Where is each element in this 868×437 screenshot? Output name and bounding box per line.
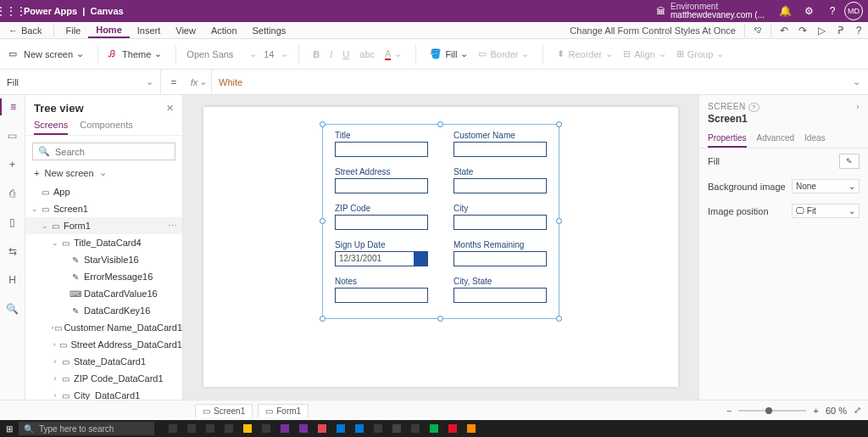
taskbar-app-icon[interactable]: [332, 422, 349, 435]
avatar[interactable]: MD: [844, 2, 863, 20]
menu-view[interactable]: View: [168, 22, 203, 38]
rail-item-4[interactable]: ▯: [0, 214, 25, 231]
tree-node[interactable]: ✎StarVisible16: [25, 251, 182, 268]
prop-fill-value[interactable]: ✎: [839, 154, 860, 169]
checker-icon[interactable]: ꨄ: [748, 25, 767, 36]
form-field[interactable]: Notes: [335, 277, 428, 303]
tree-new-screen[interactable]: + New screen ⌄: [25, 164, 182, 182]
strike-button[interactable]: abc: [356, 48, 378, 61]
form-field[interactable]: Months Remaining: [453, 240, 547, 266]
taskbar-app-icon[interactable]: [258, 422, 275, 435]
font-input[interactable]: [186, 49, 246, 59]
tree-node[interactable]: ›▭ZIP Code_DataCard1: [25, 370, 182, 387]
chevron-right-icon[interactable]: ›: [856, 102, 860, 111]
tree-search[interactable]: 🔍: [32, 143, 175, 160]
tree-node[interactable]: ›▭State_DataCard1: [25, 353, 182, 370]
formula-expand-icon[interactable]: ⌄: [844, 76, 868, 87]
tree-node[interactable]: ✎ErrorMessage16: [25, 268, 182, 285]
taskbar-app-icon[interactable]: [407, 422, 424, 435]
back-button[interactable]: ← Back: [0, 25, 50, 36]
rail-item-1[interactable]: ▭: [0, 127, 25, 144]
rtab-properties[interactable]: Properties: [708, 130, 747, 148]
rail-tree-icon[interactable]: ≡: [0, 98, 25, 115]
close-icon[interactable]: ✕: [166, 103, 174, 114]
rail-search-icon[interactable]: 🔍: [0, 300, 25, 317]
fontsize-input[interactable]: [260, 49, 277, 59]
play-icon[interactable]: ▷: [812, 25, 831, 36]
taskbar-app-icon[interactable]: [183, 422, 200, 435]
taskbar-app-icon[interactable]: [388, 422, 405, 435]
form-field[interactable]: Title: [335, 131, 428, 157]
gear-icon[interactable]: ⚙: [797, 5, 821, 17]
taskbar-app-icon[interactable]: [370, 422, 387, 435]
app-launcher-icon[interactable]: ⋮⋮⋮: [0, 5, 22, 17]
rtab-ideas[interactable]: Ideas: [804, 130, 825, 148]
fontcolor-button[interactable]: A ⌄: [381, 47, 405, 62]
taskbar-app-icon[interactable]: [295, 422, 312, 435]
help2-icon[interactable]: ?: [849, 25, 868, 36]
windows-search[interactable]: 🔍 Type here to search: [19, 422, 154, 435]
canvas-area[interactable]: TitleCustomer NameStreet AddressStateZIP…: [183, 95, 698, 400]
tree-node[interactable]: ›▭Street Address_DataCard1: [25, 336, 182, 353]
zoom-in-icon[interactable]: +: [813, 406, 818, 416]
rail-item-3[interactable]: ⎙: [0, 185, 25, 202]
tree-node[interactable]: ✎DataCardKey16: [25, 302, 182, 319]
form-field[interactable]: City: [453, 204, 547, 230]
taskbar-app-icon[interactable]: [426, 422, 442, 435]
tree-node[interactable]: ⌄▭Title_DataCard4: [25, 234, 182, 251]
taskbar-app-icon[interactable]: [314, 422, 331, 435]
tree-search-input[interactable]: [55, 147, 172, 157]
fullscreen-icon[interactable]: ⤢: [854, 405, 861, 416]
zoom-out-icon[interactable]: −: [726, 406, 732, 416]
taskbar-app-icon[interactable]: [276, 422, 293, 435]
start-button[interactable]: ⊞: [0, 424, 19, 434]
tree-tab-screens[interactable]: Screens: [34, 116, 68, 135]
prop-bgimg-value[interactable]: None⌄: [792, 179, 860, 193]
menu-settings[interactable]: Settings: [245, 22, 294, 38]
share-icon[interactable]: ᕈ: [831, 25, 849, 36]
taskbar-app-icon[interactable]: [239, 422, 256, 435]
reorder-button[interactable]: ⬍ Reorder ⌄: [554, 47, 616, 61]
taskbar-app-icon[interactable]: [351, 422, 368, 435]
menu-home[interactable]: Home: [88, 22, 130, 38]
redo-icon[interactable]: ↷: [793, 25, 812, 36]
property-select[interactable]: Fill⌄: [0, 70, 161, 94]
taskbar-app-icon[interactable]: [220, 422, 237, 435]
prop-imgpos-value[interactable]: 🖵 Fit⌄: [792, 204, 860, 218]
zoom-slider[interactable]: [738, 410, 806, 412]
screen-tab-2[interactable]: ▭ Form1: [258, 404, 309, 417]
fill-button[interactable]: 🪣 Fill ⌄: [426, 47, 471, 61]
tree-node[interactable]: ›▭City_DataCard1: [25, 387, 182, 400]
taskbar-app-icon[interactable]: [444, 422, 461, 435]
underline-button[interactable]: U: [339, 48, 353, 61]
bold-button[interactable]: B: [309, 48, 323, 61]
form-field[interactable]: ZIP Code: [335, 204, 428, 230]
theme-button[interactable]: Theme ⌄: [119, 47, 165, 61]
tree-node[interactable]: ⌄▭Form1⋯: [25, 217, 182, 234]
taskbar-app-icon[interactable]: [463, 422, 480, 435]
menu-file[interactable]: File: [58, 22, 88, 38]
form-field[interactable]: Customer Name: [453, 131, 547, 157]
screen-tab-1[interactable]: ▭ Screen1: [195, 404, 253, 417]
environment-picker[interactable]: 🏛 Environment matthewdevaney.com (...: [656, 3, 765, 20]
tree-tab-components[interactable]: Components: [80, 116, 132, 135]
form-field[interactable]: Street Address: [335, 167, 428, 193]
taskbar-app-icon[interactable]: [164, 422, 181, 435]
form-field[interactable]: State: [453, 167, 547, 193]
help-icon[interactable]: ?: [821, 5, 844, 17]
zoom-controls[interactable]: − + 60 % ⤢: [726, 405, 861, 416]
rtab-advanced[interactable]: Advanced: [757, 130, 794, 148]
form-field[interactable]: Sign Up Date12/31/2001: [335, 240, 428, 266]
form-field[interactable]: City, State: [453, 277, 547, 303]
taskbar-app-icon[interactable]: [202, 422, 219, 435]
menu-action[interactable]: Action: [203, 22, 245, 38]
border-button[interactable]: ▭ Border ⌄: [475, 47, 532, 61]
canvas-screen[interactable]: TitleCustomer NameStreet AddressStateZIP…: [203, 107, 678, 387]
italic-button[interactable]: I: [326, 48, 336, 61]
formula-input[interactable]: White: [212, 77, 844, 87]
align-button[interactable]: ⊟ Align ⌄: [620, 47, 669, 61]
bell-icon[interactable]: 🔔: [773, 5, 797, 17]
tree-node[interactable]: ›▭Customer Name_DataCard1: [25, 319, 182, 336]
group-button[interactable]: ⊞ Group ⌄: [673, 47, 728, 61]
new-screen-button[interactable]: New screen ⌄: [20, 47, 87, 61]
